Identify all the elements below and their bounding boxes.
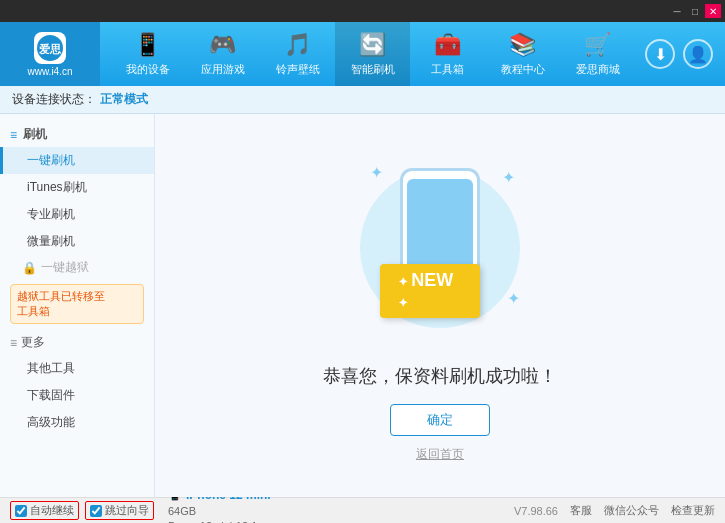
more-icon: ≡: [10, 336, 17, 350]
main-layout: ≡ 刷机 一键刷机 iTunes刷机 专业刷机 微量刷机 🔒 一键越狱 越狱工具…: [0, 114, 725, 497]
status-label: 设备连接状态：: [12, 91, 96, 108]
sparkle-icon-3: ✦: [507, 289, 520, 308]
sidebar-item-advanced[interactable]: 高级功能: [0, 409, 154, 436]
sidebar-notice: 越狱工具已转移至工具箱: [10, 284, 144, 324]
nav-item-my-device[interactable]: 📱 我的设备: [110, 22, 185, 86]
top-nav: 爱思 www.i4.cn 📱 我的设备 🎮 应用游戏 🎵 铃声壁纸 🔄 智能刷机…: [0, 22, 725, 86]
minimize-button[interactable]: ─: [669, 4, 685, 18]
auto-continue-checkbox[interactable]: 自动继续: [10, 501, 79, 520]
sidebar-locked-item: 🔒 一键越狱: [0, 255, 154, 280]
maximize-button[interactable]: □: [687, 4, 703, 18]
device-storage: 64GB: [168, 504, 271, 519]
nav-item-label: 应用游戏: [201, 62, 245, 77]
new-ribbon: NEW: [380, 264, 480, 318]
nav-item-tools[interactable]: 🧰 工具箱: [410, 22, 485, 86]
device-model: Down-12mini-13.1: [168, 519, 271, 523]
sidebar-item-download-firmware[interactable]: 下载固件: [0, 382, 154, 409]
ringtones-icon: 🎵: [284, 32, 311, 58]
success-illustration: NEW ✦ ✦ ✦: [340, 148, 540, 348]
nav-item-label: 我的设备: [126, 62, 170, 77]
sidebar: ≡ 刷机 一键刷机 iTunes刷机 专业刷机 微量刷机 🔒 一键越狱 越狱工具…: [0, 114, 155, 497]
lock-icon: 🔒: [22, 261, 37, 275]
nav-item-apps-games[interactable]: 🎮 应用游戏: [185, 22, 260, 86]
logo: 爱思 www.i4.cn: [0, 22, 100, 86]
sidebar-item-other-tools[interactable]: 其他工具: [0, 355, 154, 382]
nav-item-label: 教程中心: [501, 62, 545, 77]
sparkle-icon-2: ✦: [502, 168, 515, 187]
nav-item-tutorials[interactable]: 📚 教程中心: [485, 22, 560, 86]
close-button[interactable]: ✕: [705, 4, 721, 18]
nav-item-ringtones[interactable]: 🎵 铃声壁纸: [260, 22, 335, 86]
tutorials-icon: 📚: [509, 32, 536, 58]
logo-subtitle: www.i4.cn: [27, 66, 72, 77]
my-device-icon: 📱: [134, 32, 161, 58]
sidebar-item-itunes-flash[interactable]: iTunes刷机: [0, 174, 154, 201]
tools-icon: 🧰: [434, 32, 461, 58]
nav-right: ⬇ 👤: [645, 39, 725, 69]
logo-icon: 爱思: [34, 32, 66, 64]
nav-item-label: 爱思商城: [576, 62, 620, 77]
nav-items: 📱 我的设备 🎮 应用游戏 🎵 铃声壁纸 🔄 智能刷机 🧰 工具箱 📚 教程中心…: [100, 22, 645, 86]
sidebar-item-onekey-flash[interactable]: 一键刷机: [0, 147, 154, 174]
sidebar-section-more: ≡ 更多 其他工具 下载固件 高级功能: [0, 330, 154, 436]
flash-section-icon: ≡: [10, 128, 17, 142]
sidebar-item-micro-flash[interactable]: 微量刷机: [0, 228, 154, 255]
svg-text:爱思: 爱思: [39, 43, 62, 55]
nav-item-label: 铃声壁纸: [276, 62, 320, 77]
auto-continue-input[interactable]: [15, 505, 27, 517]
version-text: V7.98.66: [514, 505, 558, 517]
sidebar-item-pro-flash[interactable]: 专业刷机: [0, 201, 154, 228]
sidebar-section-label: 刷机: [23, 126, 47, 143]
apps-icon: 🎮: [209, 32, 236, 58]
sparkle-icon-1: ✦: [370, 163, 383, 182]
nav-item-label: 工具箱: [431, 62, 464, 77]
sidebar-section-title: ≡ 刷机: [0, 122, 154, 147]
content-area: NEW ✦ ✦ ✦ 恭喜您，保资料刷机成功啦！ 确定 返回首页: [155, 114, 725, 497]
user-button[interactable]: 👤: [683, 39, 713, 69]
sidebar-more-title: ≡ 更多: [0, 330, 154, 355]
confirm-button[interactable]: 确定: [390, 404, 490, 436]
support-link[interactable]: 客服: [570, 503, 592, 518]
wechat-link[interactable]: 微信公众号: [604, 503, 659, 518]
download-button[interactable]: ⬇: [645, 39, 675, 69]
go-home-link[interactable]: 返回首页: [416, 446, 464, 463]
wishlist-icon: 🛒: [584, 32, 611, 58]
nav-item-smart-shop[interactable]: 🔄 智能刷机: [335, 22, 410, 86]
success-text: 恭喜您，保资料刷机成功啦！: [323, 364, 557, 388]
nav-item-label: 智能刷机: [351, 62, 395, 77]
skip-wizard-checkbox[interactable]: 跳过向导: [85, 501, 154, 520]
smart-shop-icon: 🔄: [359, 32, 386, 58]
nav-item-wishlist[interactable]: 🛒 爱思商城: [560, 22, 635, 86]
sidebar-section-flash: ≡ 刷机 一键刷机 iTunes刷机 专业刷机 微量刷机 🔒 一键越狱 越狱工具…: [0, 122, 154, 324]
bottom-bar: 自动继续 跳过向导 📱 iPhone 12 mini 64GB Down-12m…: [0, 497, 725, 523]
skip-wizard-input[interactable]: [90, 505, 102, 517]
check-update-link[interactable]: 检查更新: [671, 503, 715, 518]
status-value: 正常模式: [100, 91, 148, 108]
title-bar: ─ □ ✕: [0, 0, 725, 22]
bottom-right: V7.98.66 客服 微信公众号 检查更新: [514, 503, 715, 518]
status-bar: 设备连接状态： 正常模式: [0, 86, 725, 114]
